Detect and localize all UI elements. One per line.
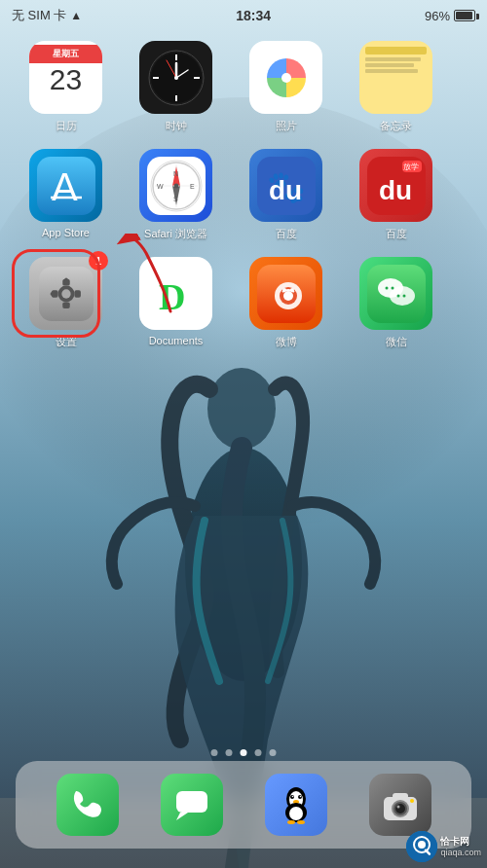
svg-rect-65 [176,791,207,813]
svg-rect-46 [74,290,81,297]
app-documents[interactable]: D Documents [130,257,222,349]
clock-icon [147,49,206,107]
app-photos[interactable]: 照片 [240,41,332,133]
watermark-site: 恰卡网 [440,836,469,848]
status-left: 无 SIM 卡 ▲ [12,7,82,24]
svg-point-77 [297,820,305,824]
svg-point-82 [395,804,405,814]
documents-label: Documents [149,335,204,346]
calendar-label: 日历 [56,119,77,133]
wechat-icon [367,265,426,323]
dock-qq[interactable] [265,774,327,836]
watermark-url: qiaqa.com [440,848,481,858]
svg-rect-44 [62,302,69,308]
svg-text:E: E [190,183,195,190]
app-baidu2[interactable]: 放学 du 百度 [350,149,442,241]
app-safari[interactable]: N S E W Safari 浏览器 [130,149,222,241]
notes-icon [365,47,427,54]
appstore-icon: A [37,157,95,215]
svg-rect-79 [393,793,408,799]
weibo-icon [257,265,316,323]
svg-point-55 [282,288,286,292]
svg-point-60 [385,286,388,289]
svg-point-28 [173,183,178,188]
appstore-label: App Store [42,227,90,238]
app-clock[interactable]: 时钟 [130,41,222,133]
settings-label: 设置 [56,335,77,349]
page-dot-3[interactable] [255,749,262,756]
svg-text:du: du [269,175,302,205]
wifi-icon: ▲ [70,9,82,22]
app-settings[interactable]: 1 [19,257,112,349]
svg-point-62 [396,294,399,297]
app-calendar[interactable]: 星期五 23 日历 [19,41,112,133]
page-dot-2[interactable] [241,749,247,756]
notes-label: 备忘录 [380,119,412,133]
svg-point-71 [291,796,293,798]
svg-text:A: A [52,165,78,208]
wechat-label: 微信 [386,335,407,349]
svg-point-75 [289,807,303,820]
watermark-text-block: 恰卡网 qiaqa.com [440,836,481,858]
status-bar: 无 SIM 卡 ▲ 18:34 96% [0,0,487,31]
photos-label: 照片 [276,119,297,133]
svg-point-72 [299,796,301,798]
svg-point-63 [402,294,405,297]
battery-icon [454,10,475,21]
app-row-3: 1 [19,257,468,349]
app-appstore[interactable]: A App Store [19,149,112,241]
app-notes[interactable]: 备忘录 [350,41,442,133]
page-dot-0[interactable] [211,749,218,756]
svg-text:W: W [157,183,164,190]
page-dot-4[interactable] [270,749,277,756]
svg-point-76 [287,820,295,824]
photos-icon [257,49,316,107]
svg-point-42 [61,289,70,298]
clock-label: 时钟 [166,119,187,133]
camera-icon [379,783,422,826]
dock-messages[interactable] [161,774,223,836]
svg-text:N: N [173,170,178,177]
page-dot-1[interactable] [226,749,233,756]
documents-icon: D [147,265,206,323]
svg-point-16 [281,73,291,83]
svg-text:D: D [159,276,185,317]
svg-point-61 [391,286,393,289]
messages-icon [170,783,213,826]
status-right: 96% [425,9,475,23]
svg-text:du: du [379,175,412,205]
battery-percent: 96% [425,9,450,23]
app-grid: 星期五 23 日历 [0,31,487,375]
baidu-icon: 🐾 du [257,157,316,215]
app-wechat[interactable]: 微信 [350,257,442,349]
calendar-date: 23 [50,65,82,94]
svg-text:放学: 放学 [403,163,419,171]
dock [16,761,471,849]
safari-label: Safari 浏览器 [144,227,207,241]
page-dots [211,749,277,756]
watermark: 恰卡网 qiaqa.com [406,831,481,862]
dock-camera[interactable] [369,774,431,836]
status-time: 18:34 [236,8,271,23]
svg-point-87 [418,841,426,849]
svg-point-84 [410,799,414,803]
svg-point-14 [174,76,178,80]
svg-point-83 [396,806,399,809]
app-weibo[interactable]: 微博 [240,257,332,349]
phone-icon [66,783,109,826]
baidu1-label: 百度 [276,227,297,241]
svg-text:S: S [173,196,178,202]
svg-marker-66 [176,813,188,820]
svg-point-54 [283,291,293,301]
dock-phone[interactable] [56,774,119,836]
app-row-2: A App Store [19,149,468,241]
calendar-day: 星期五 [29,45,102,63]
weibo-label: 微博 [276,335,297,349]
carrier-label: 无 SIM 卡 [12,7,66,24]
baidu2-icon: 放学 du [367,157,426,215]
svg-point-56 [290,288,294,292]
app-baidu1[interactable]: 🐾 du 百度 [240,149,332,241]
app-row-1: 星期五 23 日历 [19,41,468,133]
settings-badge: 1 [89,251,108,271]
safari-icon: N S E W [147,157,206,215]
